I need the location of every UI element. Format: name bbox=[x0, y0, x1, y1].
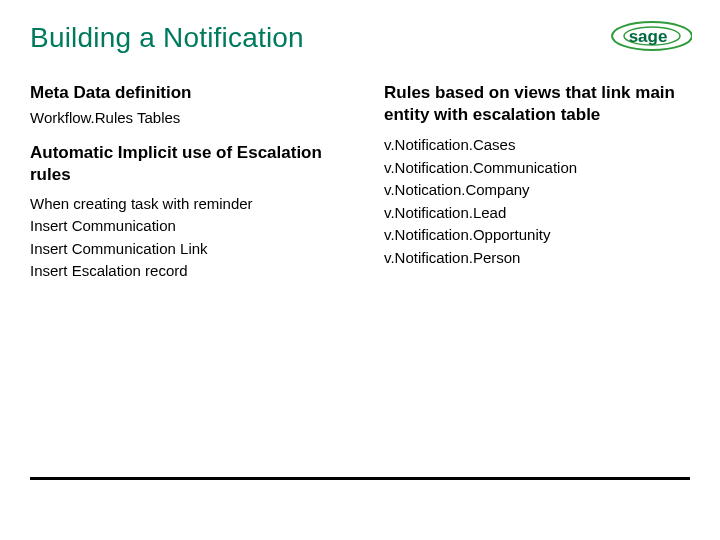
content-columns: Meta Data definition Workflow.Rules Tabl… bbox=[30, 82, 690, 283]
right-heading-1: Rules based on views that link main enti… bbox=[384, 82, 690, 126]
list-item: v.Notification.Opportunity bbox=[384, 224, 690, 247]
list-item: v.Notification.Person bbox=[384, 247, 690, 270]
list-item: v.Notication.Company bbox=[384, 179, 690, 202]
list-item: Insert Escalation record bbox=[30, 260, 336, 283]
list-item: When creating task with reminder bbox=[30, 193, 336, 216]
svg-text:sage: sage bbox=[629, 27, 668, 46]
sage-logo: sage bbox=[604, 18, 692, 54]
left-heading-2: Automatic Implicit use of Escalation rul… bbox=[30, 142, 336, 186]
list-item: v.Notification.Cases bbox=[384, 134, 690, 157]
left-column: Meta Data definition Workflow.Rules Tabl… bbox=[30, 82, 336, 283]
footer-divider bbox=[30, 477, 690, 480]
left-heading-1: Meta Data definition bbox=[30, 82, 336, 104]
slide: sage Building a Notification Meta Data d… bbox=[0, 0, 720, 540]
left-subheading-1: Workflow.Rules Tables bbox=[30, 108, 336, 128]
right-column: Rules based on views that link main enti… bbox=[384, 82, 690, 283]
list-item: v.Notification.Communication bbox=[384, 157, 690, 180]
list-item: Insert Communication Link bbox=[30, 238, 336, 261]
slide-title: Building a Notification bbox=[30, 22, 690, 54]
list-item: v.Notification.Lead bbox=[384, 202, 690, 225]
list-item: Insert Communication bbox=[30, 215, 336, 238]
